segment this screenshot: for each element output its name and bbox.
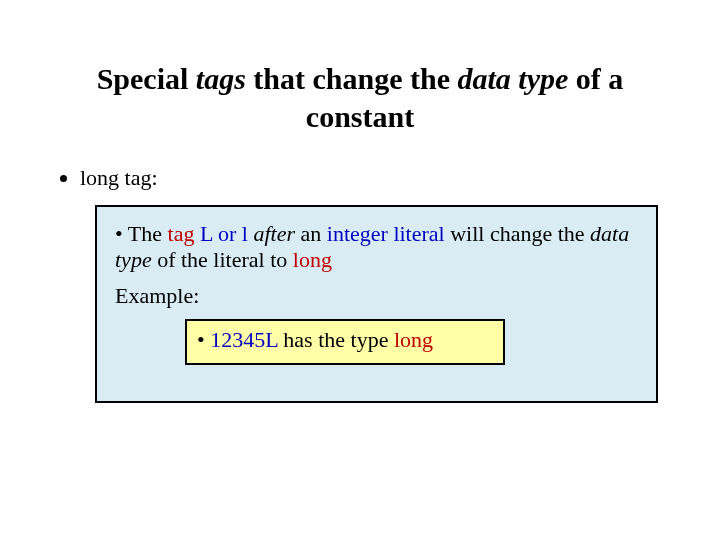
long-word: long — [293, 247, 332, 272]
example-box: • 12345L has the type long — [185, 319, 505, 365]
slide-title: Special tags that change the data type o… — [50, 60, 670, 135]
after-word: after — [253, 221, 295, 246]
tag-word: tag — [168, 221, 195, 246]
example-long-word: long — [394, 327, 433, 352]
slide: Special tags that change the data type o… — [0, 0, 720, 540]
definition-box: • The tag L or l after an integer litera… — [95, 205, 658, 403]
long-tag-label: long tag: — [80, 165, 158, 190]
tag-letters: L or l — [200, 221, 248, 246]
title-datatype-word: data type — [458, 62, 569, 95]
outer-list: long tag: — [70, 165, 670, 191]
title-tags-word: tags — [196, 62, 246, 95]
list-item: long tag: — [80, 165, 670, 191]
integer-literal-word: integer literal — [327, 221, 445, 246]
title-text: that change the — [246, 62, 458, 95]
title-text: Special — [97, 62, 196, 95]
example-label: Example: — [115, 283, 638, 309]
definition-text: • The tag L or l after an integer litera… — [115, 221, 638, 273]
example-literal: 12345L — [210, 327, 278, 352]
